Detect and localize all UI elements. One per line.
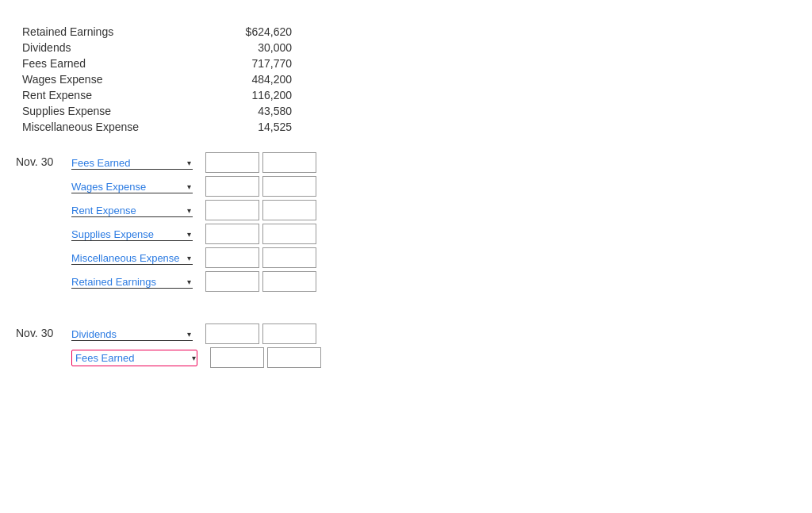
balance-value: 14,525 [197,121,292,133]
amount-inputs [205,323,316,344]
account-row: Retained EarningsDividendsFees EarnedWag… [71,176,316,197]
balance-label: Wages Expense [22,73,197,86]
balance-label: Supplies Expense [22,105,197,117]
debit-input[interactable] [205,224,259,244]
amount-inputs [205,271,316,292]
credit-input[interactable] [262,152,316,173]
balance-row: Supplies Expense43,580 [22,105,796,117]
journal-entry-2: Nov. 30 Retained EarningsDividendsFees E… [16,323,796,368]
account-select[interactable]: Retained EarningsDividendsFees EarnedWag… [71,228,193,241]
debit-input[interactable] [210,347,264,368]
balance-label: Rent Expense [22,89,197,101]
balance-row: Fees Earned717,770 [22,57,796,70]
debit-input[interactable] [205,247,259,268]
account-select-wrapper: Retained EarningsDividendsFees EarnedWag… [71,275,193,289]
debit-input[interactable] [205,323,259,344]
account-select[interactable]: Retained EarningsDividendsFees EarnedWag… [71,350,197,366]
entry1-header-row: Nov. 30 Retained EarningsDividendsFees E… [16,152,796,292]
balance-label: Dividends [22,41,197,54]
debit-input[interactable] [205,176,259,197]
amount-inputs [205,152,316,173]
entry1-rows: Retained EarningsDividendsFees EarnedWag… [71,152,316,292]
entry2-header-row: Nov. 30 Retained EarningsDividendsFees E… [16,323,796,368]
account-select[interactable]: Retained EarningsDividendsFees EarnedWag… [71,276,193,289]
account-select-wrapper: Retained EarningsDividendsFees EarnedWag… [71,180,193,193]
balance-row: Miscellaneous Expense14,525 [22,121,796,133]
account-row: Retained EarningsDividendsFees EarnedWag… [71,200,316,220]
account-select[interactable]: Retained EarningsDividendsFees EarnedWag… [71,328,193,341]
entry1-date: Nov. 30 [16,152,71,168]
account-row: Retained EarningsDividendsFees EarnedWag… [71,152,316,173]
account-row: Retained EarningsDividendsFees EarnedWag… [71,247,316,268]
account-select-wrapper: Retained EarningsDividendsFees EarnedWag… [71,251,193,265]
balance-value: 43,580 [197,105,292,117]
account-select[interactable]: Retained EarningsDividendsFees EarnedWag… [71,252,193,265]
account-row: Retained EarningsDividendsFees EarnedWag… [71,323,321,344]
credit-input[interactable] [262,271,316,292]
credit-input[interactable] [262,200,316,220]
account-select-wrapper: Retained EarningsDividendsFees EarnedWag… [71,228,193,241]
account-select-wrapper: Retained EarningsDividendsFees EarnedWag… [71,327,193,341]
debit-input[interactable] [205,152,259,173]
entry2-rows: Retained EarningsDividendsFees EarnedWag… [71,323,321,368]
journal-entry-1: Nov. 30 Retained EarningsDividendsFees E… [16,152,796,292]
balance-value: $624,620 [197,25,292,38]
credit-input[interactable] [267,347,321,368]
balance-label: Miscellaneous Expense [22,121,197,133]
balance-row: Wages Expense484,200 [22,73,796,86]
credit-input[interactable] [262,247,316,268]
amount-inputs [205,200,316,220]
balance-value: 30,000 [197,41,292,54]
balance-table: Retained Earnings$624,620Dividends30,000… [22,25,796,133]
balance-value: 717,770 [197,57,292,70]
balance-value: 116,200 [197,89,292,101]
amount-inputs [205,247,316,268]
credit-input[interactable] [262,176,316,197]
balance-row: Rent Expense116,200 [22,89,796,101]
account-select[interactable]: Retained EarningsDividendsFees EarnedWag… [71,157,193,170]
amount-inputs [205,176,316,197]
account-row: Retained EarningsDividendsFees EarnedWag… [71,271,316,292]
account-row: Retained EarningsDividendsFees EarnedWag… [71,224,316,244]
account-row: Retained EarningsDividendsFees EarnedWag… [71,347,321,368]
amount-inputs [210,347,321,368]
balance-row: Retained Earnings$624,620 [22,25,796,38]
balance-label: Fees Earned [22,57,197,70]
credit-input[interactable] [262,224,316,244]
debit-input[interactable] [205,200,259,220]
balance-label: Retained Earnings [22,25,197,38]
account-select-wrapper: Retained EarningsDividendsFees EarnedWag… [71,156,193,170]
credit-input[interactable] [262,323,316,344]
account-select[interactable]: Retained EarningsDividendsFees EarnedWag… [71,205,193,217]
entry2-date: Nov. 30 [16,323,71,339]
account-select-wrapper: Retained EarningsDividendsFees EarnedWag… [71,350,197,366]
balance-row: Dividends30,000 [22,41,796,54]
account-select[interactable]: Retained EarningsDividendsFees EarnedWag… [71,181,193,193]
debit-input[interactable] [205,271,259,292]
amount-inputs [205,224,316,244]
balance-value: 484,200 [197,73,292,86]
account-select-wrapper: Retained EarningsDividendsFees EarnedWag… [71,204,193,217]
